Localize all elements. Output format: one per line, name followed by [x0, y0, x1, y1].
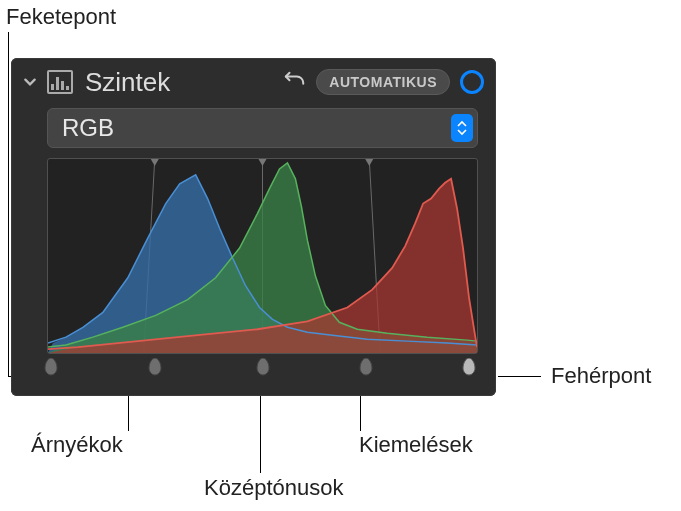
callout-shadows-label: Árnyékok	[31, 432, 123, 458]
histogram	[47, 158, 478, 354]
callout-line	[128, 395, 129, 431]
callout-line	[498, 376, 499, 377]
whitepoint-handle[interactable]	[462, 358, 476, 376]
disclosure-chevron-icon[interactable]	[23, 75, 37, 89]
highlights-handle[interactable]	[359, 358, 373, 376]
shadows-handle[interactable]	[148, 358, 162, 376]
callout-whitepoint-label: Fehérpont	[551, 363, 651, 389]
midtones-handle[interactable]	[256, 358, 270, 376]
callout-line	[8, 32, 9, 377]
callout-line	[499, 376, 541, 377]
slider-row	[47, 358, 478, 380]
histogram-graphic	[48, 159, 477, 353]
panel-header: Szintek AUTOMATIKUS	[11, 58, 496, 106]
callout-line	[260, 395, 261, 473]
callout-highlights-label: Kiemelések	[359, 432, 473, 458]
blackpoint-handle[interactable]	[44, 358, 58, 376]
levels-icon	[47, 70, 73, 94]
popup-arrows-icon	[451, 114, 473, 142]
channel-select[interactable]: RGB	[47, 108, 478, 148]
enable-toggle[interactable]	[460, 70, 484, 94]
callout-line	[360, 395, 361, 431]
callout-blackpoint-label: Feketepont	[6, 4, 116, 30]
levels-panel: Szintek AUTOMATIKUS RGB	[11, 58, 496, 396]
undo-icon[interactable]	[284, 71, 306, 93]
callout-midtones-label: Középtónusok	[204, 475, 343, 501]
panel-title: Szintek	[85, 67, 170, 98]
auto-button[interactable]: AUTOMATIKUS	[316, 69, 450, 95]
channel-value: RGB	[62, 114, 114, 142]
